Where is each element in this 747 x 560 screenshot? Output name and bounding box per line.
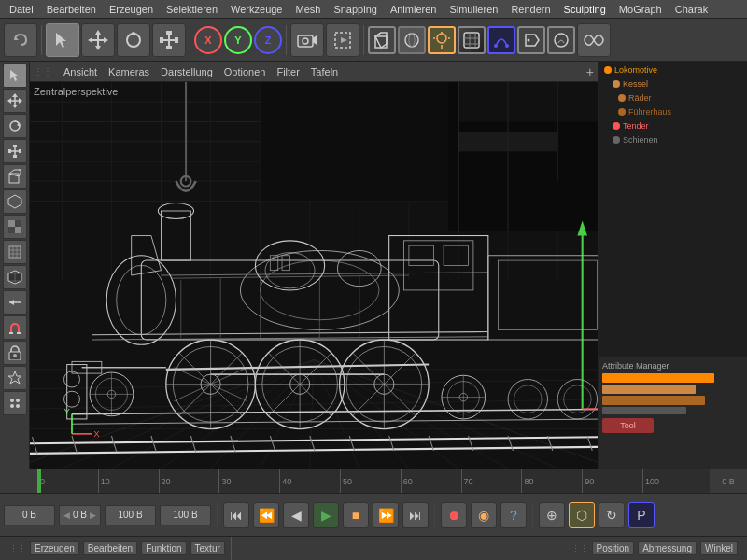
tool-polygon[interactable] (3, 189, 27, 214)
menu-bearbeiten[interactable]: Bearbeiten (41, 4, 102, 15)
rp-object-5[interactable]: Tender (600, 119, 745, 133)
statusbar-position[interactable]: Position (592, 541, 635, 555)
transport-prev-frame[interactable]: ⏪ (253, 502, 279, 528)
menu-datei[interactable]: Datei (4, 4, 39, 15)
tool-scale[interactable] (3, 139, 27, 163)
rp-object-3[interactable]: Räder (600, 91, 745, 105)
menu-mograph[interactable]: MoGraph (613, 4, 668, 15)
menu-simulieren[interactable]: Simulieren (444, 4, 503, 15)
tool-move[interactable] (3, 89, 27, 113)
sculpt-button[interactable] (547, 26, 575, 54)
rp-object-6[interactable]: Schienen (600, 133, 745, 147)
rp-object-1[interactable]: Lokomotive (600, 63, 745, 77)
vp-menu-tafeln[interactable]: Tafeln (307, 66, 342, 77)
viewport-add-button[interactable]: + (586, 64, 594, 79)
transport-stop[interactable]: ■ (343, 502, 369, 528)
menu-animieren[interactable]: Animieren (385, 4, 443, 15)
transport-field-start[interactable] (4, 505, 55, 525)
menu-rendern[interactable]: Rendern (505, 4, 556, 15)
svg-text:X: X (93, 428, 100, 439)
left-toolbox (0, 62, 30, 469)
vp-menu-optionen[interactable]: Optionen (220, 66, 270, 77)
statusbar-textur[interactable]: Textur (190, 541, 225, 555)
cube-button[interactable] (368, 26, 396, 54)
render-region-button[interactable] (326, 23, 359, 57)
menu-mesh[interactable]: Mesh (289, 4, 326, 15)
transport-go-end[interactable]: ⏭ (402, 502, 429, 528)
statusbar-bearbeiten[interactable]: Bearbeiten (83, 541, 137, 555)
menu-werkzeuge[interactable]: Werkzeuge (225, 4, 288, 15)
axis-y-button[interactable]: Y (224, 26, 252, 54)
transport-icon-refresh[interactable]: ↻ (599, 502, 625, 528)
tool-lock[interactable] (3, 341, 27, 365)
svg-rect-61 (8, 220, 15, 227)
menu-selektieren[interactable]: Selektieren (161, 4, 223, 15)
svg-marker-5 (95, 46, 101, 50)
ruler-mark-60: 60 (401, 469, 413, 493)
transport-record[interactable]: ⏺ (441, 502, 467, 528)
ruler-mark-50: 50 (340, 469, 352, 493)
transport-field-end2[interactable] (160, 505, 211, 525)
tool-cube-3d[interactable] (3, 265, 27, 289)
svg-rect-65 (9, 246, 21, 258)
move-tool-button[interactable] (81, 23, 115, 57)
transport-field-end1[interactable] (105, 505, 156, 525)
vp-menu-filter[interactable]: Filter (273, 66, 303, 77)
transport-play-reverse[interactable]: ◀ (283, 502, 309, 528)
menu-charak[interactable]: Charak (669, 4, 713, 15)
rp-object-4[interactable]: Führerhaus (600, 105, 745, 119)
deformer-button[interactable] (487, 26, 515, 54)
select-tool-button[interactable] (46, 23, 79, 57)
vp-menu-darstellung[interactable]: Darstellung (157, 66, 217, 77)
sphere-button[interactable] (398, 26, 426, 54)
rotate-tool-button[interactable] (117, 23, 150, 57)
tool-arrow-left[interactable] (3, 290, 27, 315)
material-button[interactable] (458, 26, 486, 54)
scale-tool-button[interactable] (152, 23, 186, 57)
timeline-ruler[interactable]: 0 10 20 30 40 50 60 70 80 90 100 (37, 469, 710, 493)
menu-sculpting[interactable]: Sculpting (558, 4, 612, 15)
vp-menu-ansicht[interactable]: Ansicht (60, 66, 101, 77)
transport-go-start[interactable]: ⏮ (223, 502, 249, 528)
transport-next-frame[interactable]: ⏩ (373, 502, 399, 528)
viewport-canvas[interactable]: Zentralperspektive (30, 82, 598, 469)
undo-button[interactable] (4, 23, 37, 57)
ruler-mark-40: 40 (279, 469, 291, 493)
tool-select[interactable] (3, 63, 27, 88)
infinity-button[interactable] (577, 23, 611, 57)
svg-point-83 (10, 404, 14, 408)
transport-icon-pin[interactable]: P (628, 502, 655, 528)
rp-object-2[interactable]: Kessel (600, 77, 745, 91)
light-button[interactable] (428, 26, 456, 54)
statusbar-funktion[interactable]: Funktion (141, 541, 186, 555)
tool-grid[interactable] (3, 240, 27, 264)
transport-play[interactable]: ▶ (313, 502, 339, 528)
tool-cube-primitive[interactable] (3, 164, 27, 189)
transport-help[interactable]: ? (500, 502, 527, 528)
tool-dots[interactable] (3, 391, 27, 415)
tag-button[interactable] (517, 26, 545, 54)
tool-star[interactable] (3, 366, 27, 390)
statusbar-erzeugen[interactable]: Erzeugen (30, 541, 79, 555)
axis-x-button[interactable]: X (194, 26, 222, 54)
svg-rect-13 (166, 46, 172, 49)
transport-icon-key[interactable]: ⬡ (569, 502, 595, 528)
transport-keyframe[interactable]: ◉ (471, 502, 497, 528)
tool-checker[interactable] (3, 215, 27, 239)
svg-marker-50 (17, 123, 20, 127)
menu-snapping[interactable]: Snapping (328, 4, 383, 15)
menu-erzeugen[interactable]: Erzeugen (104, 4, 159, 15)
vp-menu-kameras[interactable]: Kameras (105, 66, 153, 77)
tool-magnet[interactable] (3, 315, 27, 340)
tool-rotate[interactable] (3, 114, 27, 138)
statusbar-winkel[interactable]: Winkel (700, 541, 738, 555)
transport-icon-move[interactable]: ⊕ (539, 502, 565, 528)
svg-marker-1 (56, 33, 66, 48)
camera-button[interactable] (290, 23, 324, 57)
statusbar-abmessung[interactable]: Abmessung (638, 541, 697, 555)
svg-rect-63 (8, 227, 15, 233)
svg-marker-60 (8, 195, 21, 208)
axis-z-button[interactable]: Z (254, 26, 282, 54)
object-manager: Lokomotive Kessel Räder Führerhaus (599, 62, 747, 357)
statusbar-right-drag-handle: ⋮⋮ (571, 544, 588, 553)
